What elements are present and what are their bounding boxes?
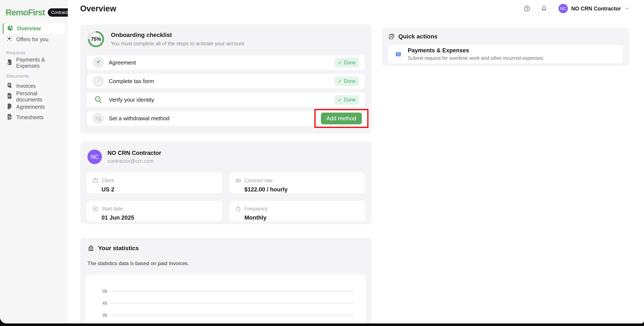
sidebar-item-label: Timesheets <box>16 114 44 120</box>
notifications-bell-button[interactable] <box>539 4 549 13</box>
tile-label: Frequency <box>244 206 268 212</box>
copy-plus-icon <box>388 33 395 40</box>
checklist-title: Onboarding checklist <box>111 32 244 39</box>
bar-chart-icon <box>88 245 95 252</box>
quick-action-payments-expenses[interactable]: Payments & Expenses Submit request for o… <box>388 45 623 63</box>
info-tile-start-date: Start date 01 Jun 2025 <box>86 201 222 221</box>
avatar: NC <box>88 149 102 164</box>
contractor-email: contractor@crn.com <box>108 158 161 164</box>
annotation-highlight-box: Add method <box>314 109 368 128</box>
info-tile-client: Client US 2 <box>86 173 222 193</box>
gridline <box>111 303 354 303</box>
chart-grid-row: 3$ <box>86 309 366 321</box>
check-icon: ✓ <box>338 97 342 103</box>
checklist-item-label: Set a withdrawal method <box>109 115 170 122</box>
sidebar-item-label: Invoices <box>16 83 36 89</box>
remofirst-logo: RemoFirst <box>6 8 45 17</box>
sidebar-item-payments-expenses[interactable]: Payments & Expenses <box>3 58 65 68</box>
gridline <box>111 291 354 291</box>
identity-magnifier-icon <box>92 94 104 105</box>
status-badge-done: ✓ Done <box>334 95 359 105</box>
sidebar-item-invoices[interactable]: Invoices <box>3 81 65 91</box>
sidebar-item-offers[interactable]: Offers for you <box>3 34 65 45</box>
chart-grid-row: 2$ <box>86 321 366 323</box>
quick-actions-panel: Quick actions Payments & Expenses Submit… <box>382 28 629 66</box>
stopwatch-icon <box>235 206 242 212</box>
onboarding-checklist-card: 75% Onboarding checklist You must comple… <box>80 25 372 134</box>
check-icon: ✓ <box>338 60 342 66</box>
chart-grid-row: 5$ <box>86 285 366 297</box>
info-tile-contract-rate: Contract rate $122.00 / hourly <box>230 173 365 193</box>
sidebar-item-personal-documents[interactable]: Personal documents <box>3 91 65 102</box>
y-axis-tick: 4$ <box>86 300 107 306</box>
sidebar-item-label: Offers for you <box>16 36 48 43</box>
sidebar-item-label: Overview <box>17 26 41 32</box>
contract-summary-card: NC NO CRN Contractor contractor@crn.com … <box>80 142 372 224</box>
help-button[interactable] <box>522 4 532 13</box>
sidebar: RemoFirst Contractor Overview Offers for… <box>0 0 68 323</box>
tax-form-icon <box>92 75 104 87</box>
tile-value: Monthly <box>244 215 360 221</box>
y-axis-tick: 3$ <box>86 312 107 318</box>
briefcase-icon <box>92 177 98 184</box>
calendar-up-icon <box>92 206 98 212</box>
quick-actions-title: Quick actions <box>398 33 438 40</box>
progress-value: 75% <box>90 33 102 46</box>
tile-value: 01 Jun 2025 <box>102 215 217 221</box>
sidebar-item-timesheets[interactable]: Timesheets <box>3 112 65 123</box>
sidebar-section-documents: Documents <box>6 74 65 79</box>
statistics-chart: 5$ 4$ 3$ 2$ <box>86 274 366 323</box>
tile-label: Client <box>102 178 114 184</box>
agreement-check-icon <box>92 57 104 68</box>
checklist-subtitle: You must complete all of the steps to ac… <box>111 41 244 47</box>
sidebar-section-requests: Requests <box>6 50 65 55</box>
checklist-row-identity: Verify your identity ✓ Done <box>87 92 365 107</box>
app-window: RemoFirst Contractor Overview Offers for… <box>0 0 644 323</box>
check-icon: ✓ <box>338 78 342 84</box>
banknote-icon <box>235 177 242 184</box>
user-name: NO CRN Contractor <box>571 6 621 12</box>
page-title: Overview <box>80 4 116 13</box>
user-menu[interactable]: NC NO CRN Contractor <box>558 4 630 13</box>
top-bar: Overview NC NO CRN Contractor <box>68 0 644 17</box>
chevron-down-icon <box>624 6 630 11</box>
checklist-item-label: Verify your identity <box>109 97 154 103</box>
tile-value: US 2 <box>102 186 217 193</box>
gridline <box>111 315 354 315</box>
progress-ring: 75% <box>88 31 104 47</box>
y-axis-tick: 5$ <box>86 289 107 294</box>
sidebar-item-overview[interactable]: Overview <box>3 23 65 34</box>
checklist-row-agreement: Agreement ✓ Done <box>87 55 365 70</box>
tile-label: Start date <box>102 206 123 212</box>
timesheet-clock-icon <box>6 113 13 121</box>
star-icon <box>6 36 13 44</box>
main-content: 75% Onboarding checklist You must comple… <box>68 17 644 323</box>
statistics-title: Your statistics <box>98 245 139 252</box>
sidebar-item-label: Payments & Expenses <box>16 57 62 69</box>
tile-value: $122.00 / hourly <box>244 186 360 193</box>
agreement-pen-icon <box>6 103 13 111</box>
sidebar-item-label: Personal documents <box>16 90 62 103</box>
sidebar-item-label: Agreements <box>16 104 45 110</box>
info-tile-frequency: Frequency Monthly <box>230 201 365 221</box>
brand: RemoFirst Contractor <box>0 0 68 23</box>
money-icon <box>394 50 402 59</box>
status-badge-done: ✓ Done <box>334 76 359 86</box>
sidebar-item-agreements[interactable]: Agreements <box>3 102 65 112</box>
checklist-row-withdrawal-method: Set a withdrawal method Add method <box>87 111 365 126</box>
status-badge-done: ✓ Done <box>334 58 359 68</box>
avatar: NC <box>558 4 568 13</box>
add-method-button[interactable]: Add method <box>321 113 362 124</box>
chart-grid-row: 4$ <box>86 297 366 309</box>
tile-label: Contract rate <box>244 178 273 184</box>
statistics-card: Your statistics The statistics data is b… <box>80 238 372 323</box>
checklist-row-tax-form: Complete tax form ✓ Done <box>87 74 365 88</box>
statistics-note: The statistics data is based on paid Inv… <box>88 260 366 266</box>
withdrawal-card-icon <box>92 113 104 124</box>
payment-document-icon <box>6 59 13 67</box>
quick-action-title: Payments & Expenses <box>408 47 543 54</box>
document-icon <box>6 92 13 101</box>
pie-chart-icon <box>7 25 14 33</box>
invoice-icon <box>6 82 13 90</box>
checklist-item-label: Complete tax form <box>109 78 154 85</box>
